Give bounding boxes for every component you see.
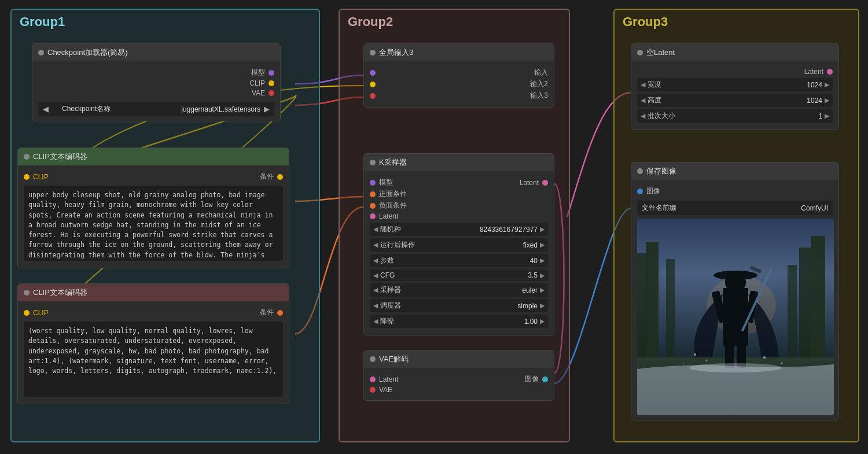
checkpoint-output-model: 模型 (38, 68, 274, 77)
svg-rect-7 (788, 265, 797, 357)
port-clip-out (269, 80, 274, 86)
ksampler-scheduler[interactable]: ◀ 调度器 simple ▶ (370, 299, 548, 312)
group3-title: Group3 (615, 10, 858, 34)
sched-arrow-left[interactable]: ◀ (373, 302, 378, 309)
height-arrow-right[interactable]: ▶ (825, 97, 829, 104)
filename-label: 文件名前缀 (642, 203, 703, 213)
clip2-text[interactable] (24, 322, 283, 397)
svg-point-21 (694, 353, 696, 356)
checkpoint-title: Checkpoint加载器(简易) (47, 47, 128, 58)
ksampler-after[interactable]: ◀ 运行后操作 fixed ▶ (370, 238, 548, 252)
height-value: 1024 (776, 97, 822, 105)
clip2-clip-port: CLIP 条件 (24, 308, 283, 318)
sampler-value: euler (491, 286, 538, 294)
port-vd-vae-in (370, 387, 376, 393)
clip1-header: CLIP文本编码器 (18, 148, 289, 165)
ksampler-denoise[interactable]: ◀ 降噪 1.00 ▶ (370, 315, 548, 328)
cfg-arrow-left[interactable]: ◀ (373, 272, 378, 279)
checkpoint-header: Checkpoint加载器(简易) (32, 44, 280, 61)
clip2-status-dot (24, 290, 30, 296)
checkpoint-value: juggernautXL.safetensors (124, 105, 260, 113)
denoise-arrow-left[interactable]: ◀ (373, 318, 378, 325)
vae-decode-body: Latent 图像 VAE (364, 368, 554, 400)
empty-latent-header: 空Latent (631, 44, 838, 61)
vae-decode-dot (370, 356, 376, 362)
port-clip2-in (24, 310, 30, 316)
clip1-title: CLIP文本编码器 (33, 152, 87, 162)
global-input-body: 输入 输入2 输入3 (364, 61, 554, 107)
empty-latent-out: Latent (637, 68, 833, 76)
global-input-out3: 输入3 (370, 91, 548, 101)
denoise-arrow-right[interactable]: ▶ (540, 318, 545, 325)
port-vd-image-out (542, 377, 548, 382)
clip1-text[interactable] (24, 186, 283, 261)
vae-decode-node: VAE解码 Latent 图像 VAE (363, 350, 554, 401)
width-arrow-right[interactable]: ▶ (825, 81, 829, 88)
save-filename-select[interactable]: 文件名前缀 ComfyUI (637, 201, 833, 215)
checkpoint-status-dot (38, 50, 44, 56)
port-ks-pos-in (370, 191, 376, 197)
checkpoint-select[interactable]: ◀ Checkpoint名称 juggernautXL.safetensors … (38, 102, 274, 116)
ksampler-in-latent: Latent (370, 212, 548, 220)
svg-rect-6 (666, 259, 675, 357)
clip1-clip-port: CLIP 条件 (24, 172, 283, 182)
vae-decode-header: VAE解码 (364, 350, 554, 368)
ksampler-cfg[interactable]: ◀ CFG 3.5 ▶ (370, 270, 548, 281)
port-gi-out3 (370, 93, 376, 99)
clip1-status-dot (24, 154, 30, 160)
vae-decode-vae-in: VAE (370, 386, 548, 394)
svg-rect-5 (811, 236, 825, 357)
ninja-image-svg (637, 219, 834, 415)
width-arrow-left[interactable]: ◀ (641, 81, 645, 88)
height-arrow-left[interactable]: ◀ (641, 97, 645, 104)
empty-latent-dot (637, 50, 643, 56)
ksampler-steps[interactable]: ◀ 步数 40 ▶ (370, 254, 548, 267)
steps-arrow-left[interactable]: ◀ (373, 257, 378, 264)
ksampler-node: K采样器 模型 Latent 正面条件 负面条件 Latent (363, 153, 554, 335)
filename-value: ComfyUI (706, 204, 828, 212)
seed-arrow-left[interactable]: ◀ (373, 226, 378, 233)
port-ks-latent-in (370, 213, 376, 219)
checkpoint-arrow-right[interactable]: ▶ (264, 105, 270, 113)
vae-decode-latent-in: Latent 图像 (370, 374, 548, 384)
sched-arrow-right[interactable]: ▶ (540, 302, 545, 309)
ksampler-in-model: 模型 Latent (370, 178, 548, 187)
save-image-node: 保存图像 图像 文件名前缀 ComfyUI (631, 162, 839, 420)
ksampler-title: K采样器 (379, 157, 407, 168)
svg-point-24 (781, 363, 783, 364)
steps-arrow-right[interactable]: ▶ (540, 257, 545, 264)
batch-arrow-right[interactable]: ▶ (825, 112, 829, 120)
ksampler-sampler[interactable]: ◀ 采样器 euler ▶ (370, 283, 548, 297)
save-image-dot (637, 168, 643, 174)
ksampler-seed[interactable]: ◀ 随机种 824336167927977 ▶ (370, 223, 548, 236)
empty-latent-batch[interactable]: ◀ 批次大小 1 ▶ (637, 109, 833, 123)
save-image-title: 保存图像 (646, 166, 676, 176)
port-vae-out (269, 90, 274, 96)
batch-arrow-left[interactable]: ◀ (641, 112, 645, 120)
ksampler-header: K采样器 (364, 154, 554, 171)
global-input-header: 全局输入3 (364, 44, 554, 61)
checkpoint-output-clip: CLIP (38, 79, 274, 87)
clip2-title: CLIP文本编码器 (33, 287, 87, 298)
svg-point-25 (683, 363, 684, 364)
seed-arrow-right[interactable]: ▶ (540, 226, 545, 233)
sampler-arrow-right[interactable]: ▶ (540, 286, 545, 294)
port-vd-latent-in (370, 377, 376, 382)
port-clip1-condition-out (277, 174, 283, 180)
after-arrow-left[interactable]: ◀ (373, 241, 378, 249)
empty-latent-width[interactable]: ◀ 宽度 1024 ▶ (637, 78, 833, 91)
ksampler-in-negative: 负面条件 (370, 201, 548, 211)
cfg-value: 3.5 (491, 271, 538, 279)
batch-value: 1 (776, 112, 822, 120)
port-clip2-condition-out (277, 310, 283, 316)
checkpoint-arrow-left[interactable]: ◀ (43, 105, 49, 113)
empty-latent-title: 空Latent (646, 47, 675, 58)
after-arrow-right[interactable]: ▶ (540, 241, 545, 249)
cfg-arrow-right[interactable]: ▶ (540, 272, 545, 279)
port-model-out (269, 70, 274, 76)
sampler-arrow-left[interactable]: ◀ (373, 286, 378, 294)
port-el-latent-out (827, 69, 833, 75)
seed-value: 824336167927977 (480, 226, 538, 234)
ksampler-in-positive: 正面条件 (370, 189, 548, 199)
empty-latent-height[interactable]: ◀ 高度 1024 ▶ (637, 94, 833, 107)
